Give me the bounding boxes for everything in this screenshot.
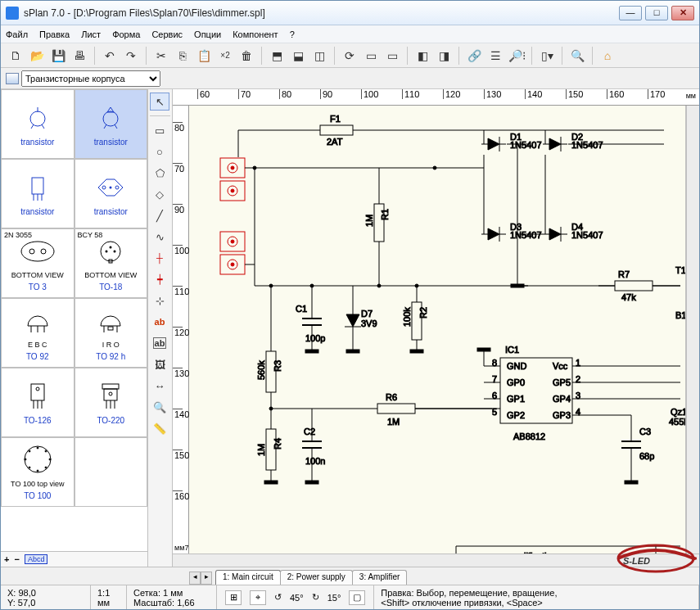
palette-item[interactable]: E B C TO 92	[1, 298, 75, 368]
tab-next[interactable]: ▸	[201, 572, 212, 585]
undo-icon[interactable]: ↶	[100, 46, 120, 66]
palette-tag[interactable]: Abcd	[25, 554, 48, 564]
delete-icon[interactable]: 🗑	[237, 46, 256, 66]
menu-file[interactable]: Файл	[6, 29, 28, 39]
text-tool-icon[interactable]: ab	[150, 313, 169, 331]
measure-tool-icon[interactable]: ↔	[150, 377, 169, 395]
new-icon[interactable]: 🗋	[6, 46, 25, 66]
paste-icon[interactable]: 📋	[194, 46, 214, 66]
home-icon[interactable]: ⌂	[598, 46, 617, 66]
svg-point-14	[110, 187, 112, 189]
menu-help[interactable]: ?	[290, 29, 295, 39]
magnify-tool-icon[interactable]: 🔍	[150, 398, 169, 416]
svg-text:47k: 47k	[621, 292, 636, 302]
group3-icon[interactable]: ◫	[309, 46, 329, 66]
svg-text:R7: R7	[618, 269, 630, 279]
zoom-icon[interactable]: 🔍	[567, 46, 587, 66]
tab-amp[interactable]: 3: Amplifier	[352, 570, 407, 585]
tab-prev[interactable]: ◂	[189, 572, 201, 585]
svg-text:R3: R3	[273, 360, 282, 372]
palette-item[interactable]: transistor	[1, 159, 75, 228]
curve-tool-icon[interactable]: ∿	[150, 228, 169, 246]
redo-icon[interactable]: ↷	[121, 46, 141, 66]
page-icon[interactable]: ▯▾	[537, 46, 557, 66]
pointer-tool-icon[interactable]: ↖	[150, 93, 169, 111]
tab-power[interactable]: 2: Power supply	[280, 570, 353, 585]
palette-item[interactable]: TO-220	[75, 368, 148, 437]
menu-edit[interactable]: Правка	[39, 29, 70, 39]
print-icon[interactable]: 🖶	[70, 46, 89, 66]
textbox-tool-icon[interactable]: ab	[150, 334, 169, 352]
svg-rect-121	[305, 350, 318, 353]
palette-footer: + − Abcd	[1, 551, 147, 567]
grid-toggle-icon[interactable]: ⊞	[225, 590, 242, 605]
palette-item[interactable]	[75, 437, 148, 507]
polygon-tool-icon[interactable]: ⬠	[150, 164, 169, 182]
app-icon	[6, 7, 19, 20]
svg-text:GP3: GP3	[553, 410, 571, 420]
ruler-tool-icon[interactable]: 📏	[150, 419, 169, 437]
tab-main[interactable]: 1: Main circuit	[215, 570, 281, 585]
svg-rect-52	[320, 125, 353, 135]
palette-item[interactable]: 2N 3055 BOTTOM VIEW TO 3	[1, 228, 75, 298]
menu-sheet[interactable]: Лист	[81, 29, 101, 39]
open-icon[interactable]: 📂	[27, 46, 47, 66]
save-icon[interactable]: 💾	[48, 46, 68, 66]
cut-icon[interactable]: ✂	[151, 46, 171, 66]
fill-icon[interactable]: ▢	[349, 590, 365, 605]
layer2-icon[interactable]: ▭	[382, 46, 402, 66]
svg-point-32	[36, 387, 39, 391]
menu-options[interactable]: Опции	[194, 29, 221, 39]
maximize-button[interactable]: □	[645, 6, 668, 20]
library-icon[interactable]	[6, 73, 19, 84]
palette-item[interactable]: TO 100 top view TO 100	[1, 437, 75, 507]
schematic-canvas[interactable]: F1 2AT D11N5407 D21N5407 D31N5407 D41N54…	[189, 106, 686, 554]
shape-tool-icon[interactable]: ◇	[150, 185, 169, 203]
library-select[interactable]: Транзисторные корпуса	[21, 70, 160, 87]
link-icon[interactable]: 🔗	[464, 46, 484, 66]
status-scale: 1:1	[97, 588, 120, 598]
line-tool-icon[interactable]: ╱	[150, 206, 169, 224]
group1-icon[interactable]: ⬒	[267, 46, 287, 66]
list-icon[interactable]: ☰	[485, 46, 505, 66]
palette-item[interactable]: BCY 58 BOTTOM VIEW TO-18	[75, 228, 148, 298]
refresh-icon[interactable]: ⟳	[340, 46, 359, 66]
find-icon[interactable]: 🔎⁝	[507, 46, 526, 66]
close-button[interactable]: ✕	[671, 6, 694, 20]
layer1-icon[interactable]: ▭	[361, 46, 381, 66]
svg-point-94	[231, 189, 234, 192]
copy-icon[interactable]: ⎘	[173, 46, 192, 66]
net-tool-icon[interactable]: ┼	[150, 249, 169, 267]
junction-tool-icon[interactable]: ⊹	[150, 291, 169, 310]
palette-item[interactable]: transistor	[1, 89, 75, 159]
rect-tool-icon[interactable]: ▭	[150, 121, 169, 139]
palette-item[interactable]: transistor	[75, 159, 148, 228]
palette-plus[interactable]: +	[4, 554, 9, 564]
svg-text:455k: 455k	[669, 417, 686, 427]
minimize-button[interactable]: —	[619, 6, 642, 20]
palette-item[interactable]: I R O TO 92 h	[75, 298, 148, 368]
menu-component[interactable]: Компонент	[233, 29, 278, 39]
circle-tool-icon[interactable]: ○	[150, 142, 169, 160]
group2-icon[interactable]: ⬓	[288, 46, 308, 66]
palette-item[interactable]: transistor	[75, 89, 148, 159]
svg-point-21	[110, 246, 112, 249]
svg-text:Vcc: Vcc	[553, 361, 568, 371]
svg-point-49	[25, 459, 26, 460]
bus-tool-icon[interactable]: ┿	[150, 270, 169, 288]
duplicate-icon[interactable]: ×2	[215, 46, 235, 66]
menu-service[interactable]: Сервис	[151, 29, 183, 39]
scrollbar-horizontal[interactable]	[173, 554, 699, 567]
palette-minus[interactable]: −	[14, 554, 19, 564]
palette-item[interactable]: TO-126	[1, 368, 75, 437]
menu-shape[interactable]: Форма	[112, 29, 140, 39]
scrollbar-vertical[interactable]	[686, 106, 699, 554]
svg-text:GP0: GP0	[507, 377, 525, 387]
aux2-icon[interactable]: ◨	[434, 46, 454, 66]
ruler-horizontal: 60 70 80 90 100 110 120 130 140 150 160 …	[173, 89, 699, 106]
svg-text:100p: 100p	[305, 333, 325, 343]
snap-toggle-icon[interactable]: ⌖	[250, 590, 266, 605]
status-angle1: 45°	[290, 593, 304, 603]
aux1-icon[interactable]: ◧	[413, 46, 432, 66]
image-tool-icon[interactable]: 🖼	[150, 355, 169, 373]
